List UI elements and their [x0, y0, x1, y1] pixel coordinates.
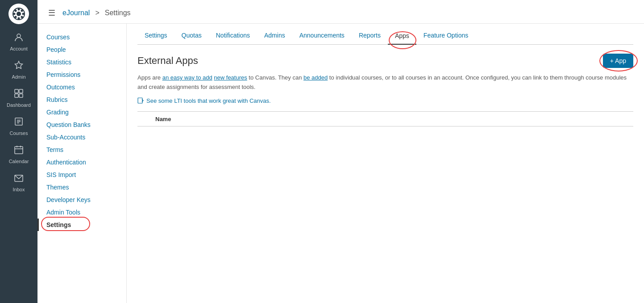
svg-rect-11 [15, 89, 18, 93]
sidebar-item-account[interactable]: Account [0, 28, 37, 56]
sidebar-item-courses[interactable]: Courses [0, 112, 37, 140]
apps-description: Apps are an easy way to add new features… [137, 73, 633, 92]
table-col-name: Name [137, 116, 171, 122]
courses-label: Courses [10, 130, 28, 136]
svg-point-5 [22, 13, 25, 15]
breadcrumb-separator: > [95, 9, 99, 17]
breadcrumb-current: Settings [105, 9, 131, 17]
tab-notifications[interactable]: Notifications [209, 27, 257, 44]
sidenav-item-developer-keys[interactable]: Developer Keys [37, 194, 126, 206]
tab-settings[interactable]: Settings [137, 27, 175, 44]
hamburger-icon[interactable]: ☰ [48, 8, 55, 18]
sidenav-item-permissions[interactable]: Permissions [37, 68, 126, 81]
svg-rect-24 [138, 98, 142, 103]
app-logo[interactable] [8, 4, 29, 24]
account-label: Account [10, 46, 28, 51]
sidenav-item-grading[interactable]: Grading [37, 106, 126, 118]
tab-feature-options[interactable]: Feature Options [416, 27, 475, 44]
page-content: Settings Quotas Notifications Admins Ann… [127, 24, 644, 303]
tab-apps[interactable]: Apps [388, 28, 416, 45]
lti-icon [137, 97, 144, 104]
sidenav-item-themes[interactable]: Themes [37, 181, 126, 194]
apps-table-header: Name [137, 111, 633, 126]
account-icon [14, 32, 24, 44]
svg-point-10 [17, 34, 21, 38]
external-apps-header: External Apps + App [137, 45, 633, 73]
settings-nav-wrapper: Settings [37, 219, 126, 231]
svg-point-2 [18, 8, 20, 11]
sidenav-item-courses[interactable]: Courses [37, 31, 126, 43]
admin-label: Admin [12, 74, 25, 80]
sidenav-item-people[interactable]: People [37, 43, 126, 56]
svg-rect-13 [15, 94, 18, 97]
sidenav-item-statistics[interactable]: Statistics [37, 56, 126, 68]
apps-link-added[interactable]: be added [303, 74, 328, 81]
breadcrumb-bar: ☰ eJournal > Settings [37, 0, 644, 24]
tab-announcements[interactable]: Announcements [292, 27, 352, 44]
sidenav-item-sub-accounts[interactable]: Sub-Accounts [37, 131, 126, 143]
tab-quotas[interactable]: Quotas [175, 27, 209, 44]
admin-icon [14, 60, 24, 72]
sidebar-item-dashboard[interactable]: Dashboard [0, 84, 37, 112]
svg-point-7 [21, 10, 23, 12]
tab-reports[interactable]: Reports [352, 27, 388, 44]
svg-point-9 [21, 16, 23, 18]
svg-point-8 [15, 16, 17, 18]
side-nav: Courses People Statistics Permissions Ou… [37, 24, 127, 303]
tab-admins[interactable]: Admins [257, 27, 292, 44]
sidenav-item-question-banks[interactable]: Question Banks [37, 118, 126, 131]
sidebar-item-admin[interactable]: Admin [0, 56, 37, 84]
sidenav-item-settings[interactable]: Settings [37, 219, 126, 231]
sidenav-item-outcomes[interactable]: Outcomes [37, 81, 126, 93]
lti-link[interactable]: See some LTI tools that work great with … [146, 97, 271, 104]
dashboard-label: Dashboard [7, 102, 31, 108]
lti-link-row: See some LTI tools that work great with … [137, 97, 633, 104]
calendar-icon [14, 145, 24, 157]
inbox-label: Inbox [13, 187, 25, 192]
sidebar-item-inbox[interactable]: Inbox [0, 168, 37, 197]
svg-point-3 [18, 17, 20, 20]
add-app-button[interactable]: + App [603, 54, 633, 68]
courses-icon [14, 117, 24, 129]
svg-rect-12 [19, 89, 23, 93]
svg-point-1 [17, 12, 21, 16]
svg-rect-14 [19, 94, 23, 97]
main-content: ☰ eJournal > Settings Courses People Sta… [37, 0, 644, 303]
breadcrumb-home-link[interactable]: eJournal [62, 9, 90, 17]
sidebar-item-calendar[interactable]: Calendar [0, 140, 37, 168]
sidenav-item-admin-tools[interactable]: Admin Tools [37, 206, 126, 219]
svg-rect-19 [15, 147, 23, 154]
add-app-wrapper: + App [603, 54, 633, 68]
global-nav: Account Admin Dashboard [0, 0, 37, 303]
sidenav-item-terms[interactable]: Terms [37, 143, 126, 156]
apps-tab-wrapper: Apps [388, 32, 416, 39]
page-title: External Apps [137, 55, 198, 67]
tabs-bar: Settings Quotas Notifications Admins Ann… [137, 24, 633, 45]
sidenav-item-rubrics[interactable]: Rubrics [37, 93, 126, 106]
calendar-label: Calendar [9, 159, 29, 164]
sidenav-item-sis-import[interactable]: SIS Import [37, 168, 126, 181]
inbox-icon [14, 173, 24, 185]
apps-link-easy[interactable]: an easy way to add [162, 74, 212, 81]
sidenav-item-authentication[interactable]: Authentication [37, 156, 126, 168]
apps-link-features[interactable]: new features [214, 74, 247, 81]
svg-point-4 [13, 13, 16, 15]
dashboard-icon [14, 88, 24, 101]
content-area: Courses People Statistics Permissions Ou… [37, 24, 644, 303]
svg-point-6 [15, 10, 17, 12]
